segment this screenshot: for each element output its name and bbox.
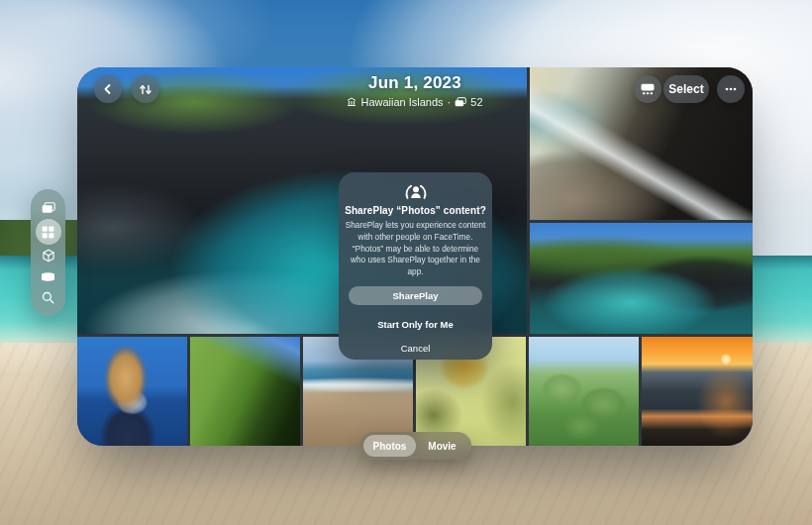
panorama-icon — [41, 271, 55, 282]
start-only-for-me-button[interactable]: Start Only for Me — [377, 319, 454, 330]
sidebar-item-spatial[interactable] — [36, 246, 61, 265]
select-button-label: Select — [668, 82, 703, 96]
photo-right-middle[interactable] — [530, 223, 753, 334]
up-down-arrows-icon — [139, 83, 152, 96]
cancel-button[interactable]: Cancel — [401, 343, 431, 354]
photos-movie-segmented-control: Photos Movie — [360, 432, 471, 460]
sidebar-item-photos[interactable] — [36, 198, 61, 218]
tab-movie[interactable]: Movie — [416, 435, 468, 457]
photo-thumb-1[interactable] — [77, 337, 187, 446]
dialog-title: SharePlay “Photos” content? — [345, 205, 486, 216]
back-button[interactable] — [94, 75, 122, 103]
sidebar-item-search[interactable] — [36, 287, 61, 307]
view-options-button[interactable] — [634, 75, 661, 103]
albums-grid-icon — [42, 226, 54, 239]
sidebar-item-albums[interactable] — [36, 219, 61, 245]
grid-view-icon — [641, 83, 655, 95]
spatial-cube-icon — [42, 249, 55, 262]
sort-button[interactable] — [132, 75, 159, 103]
photo-thumb-2[interactable] — [190, 337, 300, 446]
photo-thumb-6[interactable] — [642, 337, 753, 446]
more-button[interactable] — [717, 75, 745, 103]
select-button[interactable]: Select — [663, 75, 709, 103]
chevron-left-icon — [101, 82, 115, 96]
photos-tab-bar — [31, 189, 65, 316]
shareplay-confirm-button[interactable]: SharePlay — [349, 286, 482, 305]
shareplay-icon — [401, 181, 431, 201]
ellipsis-icon — [724, 82, 738, 96]
shareplay-dialog: SharePlay “Photos” content? SharePlay le… — [339, 172, 492, 360]
sidebar-item-panoramas[interactable] — [36, 266, 61, 286]
search-icon — [42, 291, 54, 304]
photos-icon — [42, 202, 55, 214]
dialog-body: SharePlay lets you experience content wi… — [346, 220, 486, 278]
photo-thumb-5[interactable] — [529, 337, 639, 446]
tab-photos[interactable]: Photos — [363, 435, 416, 457]
